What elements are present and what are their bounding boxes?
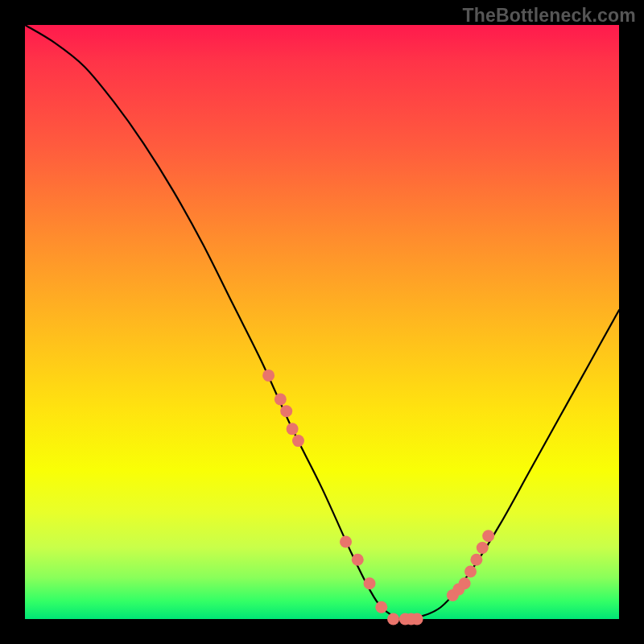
marker-dot (411, 613, 423, 625)
marker-dot (464, 565, 477, 577)
bottleneck-curve (25, 25, 619, 621)
plot-area (25, 25, 619, 619)
marker-dot (477, 542, 489, 554)
marker-dot (352, 554, 364, 566)
chart-frame: TheBottleneck.com (0, 0, 644, 644)
marker-dot (287, 423, 299, 435)
marker-dot (470, 554, 482, 566)
marker-dot (292, 435, 304, 447)
watermark-text: TheBottleneck.com (462, 5, 636, 27)
marker-dot (262, 369, 275, 382)
marker-dot (387, 613, 399, 625)
marker-dot (375, 601, 387, 613)
marker-dot (275, 393, 287, 405)
marker-dot (280, 405, 292, 417)
marker-dot (482, 530, 494, 542)
marker-dot (459, 577, 471, 589)
chart-svg (25, 25, 619, 619)
marker-dot (364, 577, 376, 589)
highlight-dots (262, 369, 494, 625)
marker-dot (340, 536, 352, 548)
